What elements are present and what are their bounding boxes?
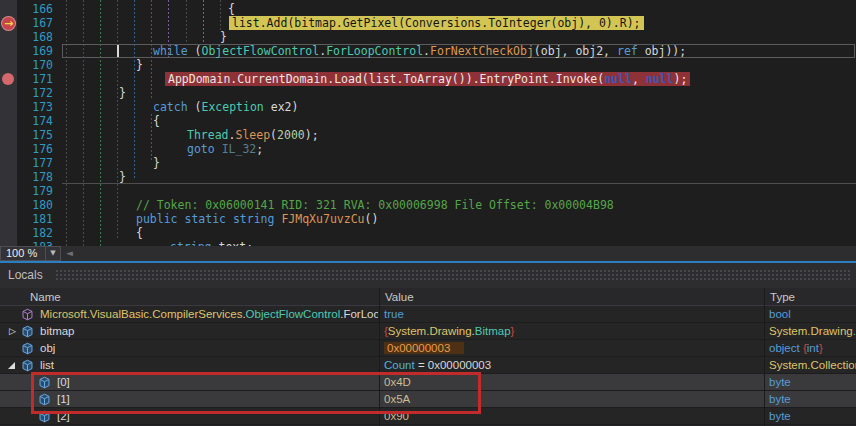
dnspy-debugger-window: 166{167list.Add(bitmap.GetPixel(Conversi… bbox=[0, 0, 856, 426]
token: ex2) bbox=[264, 100, 299, 114]
code-line-172[interactable]: 172} bbox=[0, 86, 856, 100]
line-number[interactable]: 176 bbox=[17, 142, 53, 156]
cell-type[interactable]: System.Drawing.Bitmap bbox=[765, 323, 856, 339]
column-header-value[interactable]: Value bbox=[385, 288, 414, 306]
locals-row-bitmap[interactable]: ▷bitmap{System.Drawing.Bitmap}System.Dra… bbox=[0, 323, 856, 340]
locals-row-obj[interactable]: obj0x00000003object {int} bbox=[0, 340, 856, 357]
code-text[interactable]: } bbox=[153, 156, 160, 170]
code-line-179[interactable]: 179 bbox=[0, 184, 856, 198]
code-line-176[interactable]: 176goto IL_32; bbox=[0, 142, 856, 156]
token: FJMqXu7uvzCu bbox=[281, 212, 364, 226]
code-text[interactable]: public static string FJMqXu7uvzCu() bbox=[136, 212, 378, 226]
line-number[interactable]: 175 bbox=[17, 128, 53, 142]
code-text[interactable]: Thread.Sleep(2000); bbox=[187, 128, 319, 142]
expander-collapsed-icon[interactable]: ▷ bbox=[6, 323, 19, 339]
locals-title-bar[interactable]: Locals bbox=[0, 263, 856, 288]
cell-name[interactable]: obj bbox=[0, 340, 378, 356]
token: , bbox=[632, 72, 646, 86]
cell-name[interactable]: ▷bitmap bbox=[0, 323, 378, 339]
column-header-name[interactable]: Name bbox=[30, 288, 61, 306]
cell-type[interactable]: byte bbox=[765, 391, 856, 407]
code-line-178[interactable]: 178} bbox=[0, 170, 856, 184]
code-text[interactable]: AppDomain.CurrentDomain.Load(list.ToArra… bbox=[165, 72, 690, 86]
horizontal-scrollbar[interactable]: ◄ bbox=[62, 247, 856, 260]
column-separator-value-type[interactable] bbox=[764, 288, 765, 426]
line-number[interactable]: 183 bbox=[17, 240, 53, 246]
cell-value[interactable]: Count = 0x00000003 bbox=[380, 357, 763, 373]
cell-type[interactable]: object {int} bbox=[765, 340, 856, 356]
code-text[interactable]: } bbox=[119, 86, 126, 100]
token: System.Drawing bbox=[388, 325, 472, 337]
code-text[interactable]: } bbox=[136, 58, 143, 72]
cell-name[interactable]: Microsoft.VisualBasic.CompilerServices.O… bbox=[0, 306, 378, 322]
zoom-level-value: 100 % bbox=[6, 247, 37, 259]
line-number[interactable]: 169 bbox=[17, 44, 53, 58]
code-text[interactable]: string text; bbox=[170, 240, 253, 246]
code-line-169[interactable]: 169while (ObjectFlowControl.ForLoopContr… bbox=[0, 44, 856, 58]
line-number[interactable]: 172 bbox=[17, 86, 53, 100]
zoom-level-combobox[interactable]: 100 % bbox=[0, 246, 46, 261]
locals-row-forloopcontrol[interactable]: Microsoft.VisualBasic.CompilerServices.O… bbox=[0, 306, 856, 323]
breakpoint-icon[interactable] bbox=[2, 73, 14, 85]
expander-expanded-icon[interactable] bbox=[8, 362, 15, 369]
line-number[interactable]: 170 bbox=[17, 58, 53, 72]
cell-name[interactable]: list bbox=[0, 357, 378, 373]
code-line-182[interactable]: 182{ bbox=[0, 226, 856, 240]
cell-value[interactable]: 0x00000003 bbox=[380, 340, 763, 356]
line-number[interactable]: 181 bbox=[17, 212, 53, 226]
cell-type[interactable]: byte bbox=[765, 374, 856, 390]
code-text[interactable]: { bbox=[228, 2, 235, 16]
code-text[interactable]: // Token: 0x06000141 RID: 321 RVA: 0x000… bbox=[136, 198, 614, 212]
code-line-183[interactable]: 183string text; bbox=[0, 240, 856, 246]
annotation-box bbox=[31, 372, 481, 414]
token: Microsoft.VisualBasic.CompilerServices bbox=[40, 308, 242, 320]
code-text[interactable]: catch (Exception ex2) bbox=[153, 100, 298, 114]
code-lines: 166{167list.Add(bitmap.GetPixel(Conversi… bbox=[0, 2, 856, 246]
line-number[interactable]: 178 bbox=[17, 170, 53, 184]
token: ); bbox=[305, 128, 319, 142]
code-text[interactable]: while (ObjectFlowControl.ForLoopControl.… bbox=[153, 44, 686, 58]
code-line-177[interactable]: 177} bbox=[0, 156, 856, 170]
cell-type[interactable]: byte bbox=[765, 408, 856, 424]
cell-value[interactable]: {System.Drawing.Bitmap} bbox=[380, 323, 763, 339]
token: ( bbox=[188, 44, 202, 58]
line-number[interactable]: 173 bbox=[17, 100, 53, 114]
cell-type[interactable]: System.Collections bbox=[765, 357, 856, 373]
code-line-181[interactable]: 181public static string FJMqXu7uvzCu() bbox=[0, 212, 856, 226]
code-text[interactable]: } bbox=[119, 170, 126, 184]
code-line-180[interactable]: 180// Token: 0x06000141 RID: 321 RVA: 0x… bbox=[0, 198, 856, 212]
line-number[interactable]: 180 bbox=[17, 198, 53, 212]
code-line-168[interactable]: 168} bbox=[0, 30, 856, 44]
code-text[interactable]: } bbox=[220, 30, 227, 44]
line-number[interactable]: 174 bbox=[17, 114, 53, 128]
cell-value[interactable]: true bbox=[380, 306, 763, 322]
line-number[interactable]: 171 bbox=[17, 72, 53, 86]
line-number[interactable]: 179 bbox=[17, 184, 53, 198]
code-line-171[interactable]: 171AppDomain.CurrentDomain.Load(list.ToA… bbox=[0, 72, 856, 86]
code-editor[interactable]: 166{167list.Add(bitmap.GetPixel(Conversi… bbox=[0, 0, 856, 246]
cell-type[interactable]: bool bbox=[765, 306, 856, 322]
line-number[interactable]: 167 bbox=[17, 16, 53, 30]
line-number[interactable]: 166 bbox=[17, 2, 53, 16]
code-line-167[interactable]: 167list.Add(bitmap.GetPixel(Conversions.… bbox=[0, 16, 856, 30]
code-line-170[interactable]: 170} bbox=[0, 58, 856, 72]
chevron-down-icon: ▼ bbox=[50, 249, 55, 257]
line-number[interactable]: 177 bbox=[17, 156, 53, 170]
token: } bbox=[136, 58, 143, 72]
code-line-173[interactable]: 173catch (Exception ex2) bbox=[0, 100, 856, 114]
column-header-type[interactable]: Type bbox=[770, 288, 795, 306]
variable-box-icon bbox=[21, 342, 34, 355]
code-line-175[interactable]: 175Thread.Sleep(2000); bbox=[0, 128, 856, 142]
zoom-dropdown-button[interactable]: ▼ bbox=[45, 246, 61, 261]
token: list.Add(bitmap.GetPixel(Conversions.ToI… bbox=[232, 16, 641, 30]
line-number[interactable]: 168 bbox=[17, 30, 53, 44]
titlebar-grip-texture bbox=[55, 269, 852, 282]
code-text[interactable]: { bbox=[136, 226, 143, 240]
code-text[interactable]: { bbox=[153, 114, 160, 128]
line-number[interactable]: 182 bbox=[17, 226, 53, 240]
code-text[interactable]: list.Add(bitmap.GetPixel(Conversions.ToI… bbox=[229, 16, 644, 30]
code-line-166[interactable]: 166{ bbox=[0, 2, 856, 16]
token: } bbox=[119, 86, 126, 100]
code-line-174[interactable]: 174{ bbox=[0, 114, 856, 128]
code-text[interactable]: goto IL_32; bbox=[187, 142, 263, 156]
